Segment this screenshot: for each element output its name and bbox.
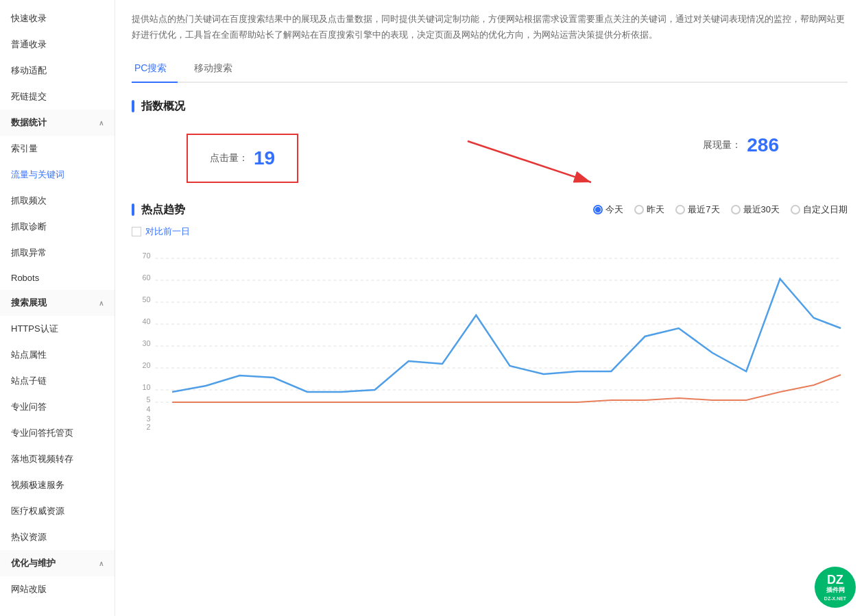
sidebar-item-site-subchain[interactable]: 站点子链 bbox=[0, 368, 115, 394]
tab-pc-search[interactable]: PC搜索 bbox=[132, 57, 178, 82]
trend-section: 热点趋势 今天 昨天 最近7天 bbox=[132, 203, 848, 438]
svg-text:50: 50 bbox=[143, 295, 151, 304]
sidebar-item-landing-video[interactable]: 落地页视频转存 bbox=[0, 446, 115, 472]
sidebar-item-label: 移动适配 bbox=[11, 64, 47, 77]
radio-yesterday-icon bbox=[634, 205, 644, 214]
sidebar: 快速收录 普通收录 移动适配 死链提交 数据统计 ∧ 索引量 流量与关键词 抓取… bbox=[0, 0, 115, 616]
filter-today[interactable]: 今天 bbox=[593, 204, 623, 216]
sidebar-item-label: 流量与关键词 bbox=[11, 169, 64, 181]
index-section-title: 指数概况 bbox=[132, 99, 848, 114]
sidebar-item-label: 站点子链 bbox=[11, 375, 47, 387]
dz-watermark: DZ 插件网 DZ-X.NET bbox=[815, 567, 856, 608]
metrics-row: 点击量： 19 展现量： 286 bbox=[132, 127, 848, 189]
svg-text:30: 30 bbox=[143, 339, 151, 347]
display-label: 展现量： bbox=[703, 139, 741, 151]
sidebar-item-label: 普通收录 bbox=[11, 38, 47, 51]
watermark-brand: DZ bbox=[827, 574, 843, 586]
sidebar-item-traffic-keyword[interactable]: 流量与关键词 bbox=[0, 162, 115, 188]
chart-area: 70 60 50 40 30 20 10 5 4 3 2 bbox=[132, 246, 848, 438]
svg-text:3: 3 bbox=[147, 415, 151, 423]
sidebar-item-crawl-abnormal[interactable]: 抓取异常 bbox=[0, 240, 115, 266]
svg-text:70: 70 bbox=[143, 251, 151, 260]
chevron-up-icon: ∧ bbox=[99, 119, 104, 127]
svg-text:10: 10 bbox=[143, 383, 151, 391]
search-tabs: PC搜索 移动搜索 bbox=[132, 57, 848, 83]
sidebar-item-data-stats[interactable]: 数据统计 ∧ bbox=[0, 110, 115, 136]
display-value: 286 bbox=[747, 134, 779, 156]
sidebar-item-label: 死链提交 bbox=[11, 90, 47, 103]
sidebar-item-label: 抓取频次 bbox=[11, 195, 47, 207]
compare-row: 对比前一日 bbox=[132, 225, 848, 238]
tab-mobile-search[interactable]: 移动搜索 bbox=[191, 57, 243, 82]
display-metric: 展现量： 286 bbox=[703, 134, 806, 156]
svg-text:20: 20 bbox=[143, 361, 151, 369]
svg-text:4: 4 bbox=[147, 405, 151, 413]
click-value: 19 bbox=[254, 147, 275, 169]
radio-last7days-icon bbox=[675, 205, 685, 214]
sidebar-item-label: 快速收录 bbox=[11, 12, 47, 25]
filter-last30days[interactable]: 最近30天 bbox=[731, 204, 780, 216]
blue-trend-line bbox=[172, 279, 841, 392]
sidebar-item-expert-qa[interactable]: 专业问答 bbox=[0, 394, 115, 420]
radio-last30days-icon bbox=[731, 205, 741, 214]
svg-text:60: 60 bbox=[143, 273, 151, 282]
radio-today-icon bbox=[593, 205, 603, 214]
trend-section-title: 热点趋势 bbox=[132, 203, 185, 217]
compare-checkbox[interactable] bbox=[132, 227, 141, 236]
sidebar-item-label: 抓取诊断 bbox=[11, 221, 47, 233]
sidebar-item-label: 搜索展现 bbox=[11, 297, 47, 309]
sidebar-item-dead-link[interactable]: 死链提交 bbox=[0, 84, 115, 110]
sidebar-item-label: 热议资源 bbox=[11, 531, 47, 543]
content-area: 提供站点的热门关键词在百度搜索结果中的展现及点击量数据，同时提供关键词定制功能，… bbox=[115, 0, 864, 449]
trend-header: 热点趋势 今天 昨天 最近7天 bbox=[132, 203, 848, 217]
sidebar-item-mobile-adapt[interactable]: 移动适配 bbox=[0, 58, 115, 84]
red-arrow-icon bbox=[358, 121, 619, 196]
trend-chart: 70 60 50 40 30 20 10 5 4 3 2 bbox=[132, 246, 848, 438]
sidebar-item-label: 优化与维护 bbox=[11, 557, 56, 569]
svg-text:5: 5 bbox=[147, 395, 151, 404]
sidebar-item-search-present[interactable]: 搜索展现 ∧ bbox=[0, 290, 115, 316]
sidebar-item-label: 数据统计 bbox=[11, 116, 47, 129]
sidebar-item-label: Robots bbox=[11, 273, 39, 283]
sidebar-item-site-attr[interactable]: 站点属性 bbox=[0, 342, 115, 368]
sidebar-item-optim-maintain[interactable]: 优化与维护 ∧ bbox=[0, 550, 115, 576]
chevron-up-icon: ∧ bbox=[99, 560, 104, 567]
red-trend-line bbox=[172, 375, 841, 402]
svg-text:40: 40 bbox=[143, 317, 151, 325]
sidebar-item-normal-collect[interactable]: 普通收录 bbox=[0, 32, 115, 58]
page-description: 提供站点的热门关键词在百度搜索结果中的展现及点击量数据，同时提供关键词定制功能，… bbox=[132, 11, 848, 43]
sidebar-item-label: 视频极速服务 bbox=[11, 479, 64, 491]
sidebar-item-video-fast[interactable]: 视频极速服务 bbox=[0, 472, 115, 498]
sidebar-item-label: 抓取异常 bbox=[11, 247, 47, 259]
watermark-sub: 插件网 bbox=[826, 586, 845, 595]
click-label: 点击量： bbox=[210, 152, 248, 164]
main-content: 提供站点的热门关键词在百度搜索结果中的展现及点击量数据，同时提供关键词定制功能，… bbox=[115, 0, 864, 616]
sidebar-item-label: 落地页视频转存 bbox=[11, 453, 73, 465]
sidebar-item-label: 站点属性 bbox=[11, 349, 47, 361]
sidebar-item-label: 专业问答 bbox=[11, 401, 47, 413]
sidebar-item-hot-resource[interactable]: 热议资源 bbox=[0, 524, 115, 550]
radio-custom-icon bbox=[791, 205, 800, 214]
sidebar-item-crawl-diag[interactable]: 抓取诊断 bbox=[0, 214, 115, 240]
sidebar-item-label: 网站改版 bbox=[11, 583, 47, 595]
sidebar-item-expert-qa-mgmt[interactable]: 专业问答托管页 bbox=[0, 420, 115, 446]
sidebar-item-crawl-freq[interactable]: 抓取频次 bbox=[0, 188, 115, 214]
filter-yesterday[interactable]: 昨天 bbox=[634, 204, 664, 216]
filter-custom[interactable]: 自定义日期 bbox=[791, 204, 848, 216]
sidebar-item-https-cert[interactable]: HTTPS认证 bbox=[0, 316, 115, 342]
sidebar-item-site-modify[interactable]: 网站改版 bbox=[0, 576, 115, 602]
chevron-up-icon: ∧ bbox=[99, 299, 104, 307]
sidebar-item-label: 医疗权威资源 bbox=[11, 505, 64, 517]
sidebar-item-medical-resource[interactable]: 医疗权威资源 bbox=[0, 498, 115, 524]
click-metric-box: 点击量： 19 bbox=[187, 134, 298, 183]
svg-line-1 bbox=[468, 141, 591, 182]
watermark-url: DZ-X.NET bbox=[824, 596, 846, 601]
sidebar-item-label: 专业问答托管页 bbox=[11, 427, 73, 439]
sidebar-item-label: HTTPS认证 bbox=[11, 323, 58, 335]
sidebar-item-index-amount[interactable]: 索引量 bbox=[0, 136, 115, 162]
trend-filter-group: 今天 昨天 最近7天 最近30天 bbox=[593, 204, 848, 216]
sidebar-item-quick-collect[interactable]: 快速收录 bbox=[0, 5, 115, 32]
filter-last7days[interactable]: 最近7天 bbox=[675, 204, 719, 216]
sidebar-item-robots[interactable]: Robots bbox=[0, 266, 115, 290]
sidebar-item-label: 索引量 bbox=[11, 143, 38, 155]
